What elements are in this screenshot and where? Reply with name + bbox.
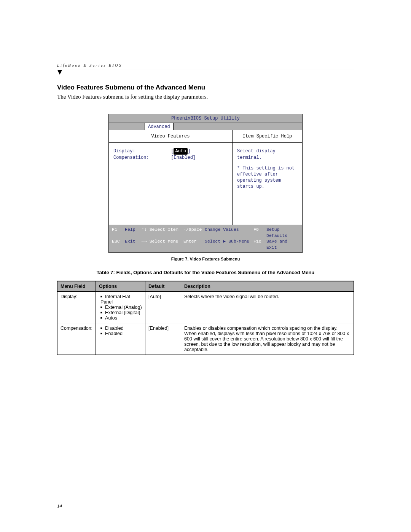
bios-submenu-title: Video Features [109,130,233,142]
bios-display-value: Auto [174,148,188,154]
bios-key-label: Exit [125,238,142,250]
option-item: Autos [100,315,142,321]
fields-table: Menu Field Options Default Description D… [57,281,354,355]
option-item: Disabled [100,326,142,331]
table-caption: Table 7: Fields, Options and Defaults fo… [57,270,354,275]
bios-key-hint: ↑↓ Select Item [142,227,183,238]
bios-screenshot: PhoenixBIOS Setup Utility Advanced Video… [108,114,303,253]
option-item: Internal Flat Panel [100,294,142,305]
running-head: LifeBook E Series BIOS [57,63,354,70]
bios-help-line: effective after [237,171,298,177]
bios-help-line: operating system [237,177,298,184]
intro-paragraph: The Video Features submenu is for settin… [57,94,354,100]
th-description: Description [181,281,354,292]
bios-key: F10 [253,238,266,250]
bios-key: F1 [112,227,125,238]
bios-key-label: Setup Defaults [266,227,299,238]
bios-footer: F1 Help ↑↓ Select Item -/Space Change Va… [109,225,302,252]
cell-menu-field: Compensation: [57,323,96,355]
bios-menubar: Advanced [109,123,302,130]
table-row: Display: Internal Flat Panel External (A… [57,292,354,323]
table-row: Compensation: Disabled Enabled [Enabled]… [57,323,354,355]
bios-help-line: starts up. [237,184,298,190]
bios-key: Enter [183,238,205,250]
bios-compensation-label: Compensation: [113,155,149,160]
th-menu-field: Menu Field [57,281,96,292]
option-item: Enabled [100,331,142,336]
cell-description: Enables or disables compensation which c… [181,323,354,355]
bios-key-hint: ←→ Select Menu [142,238,183,250]
page: LifeBook E Series BIOS Video Features Su… [0,0,411,532]
page-number: 14 [57,503,62,509]
section-title: Video Features Submenu of the Advanced M… [57,84,354,91]
bios-key-label: Change Values [205,227,253,238]
bios-help-panel: Select display terminal. * This setting … [233,143,302,225]
bios-key-label: Help [125,227,142,238]
bios-help-line: * This setting is not [237,165,298,171]
option-item: External (Digital) [100,310,142,315]
cell-default: [Auto] [145,292,181,323]
bios-title: PhoenixBIOS Setup Utility [109,114,302,123]
bios-key-label: Save and Exit [266,238,299,250]
option-item: External (Analog) [100,305,142,310]
bios-key: ESC [112,238,125,250]
bios-compensation-value: [Enabled] [171,155,196,161]
cell-options: Disabled Enabled [96,323,145,355]
th-default: Default [145,281,181,292]
figure-caption: Figure 7. Video Features Submenu [57,257,354,261]
bios-display-label: Display: [113,149,135,154]
bios-key-label: Select ▶ Sub-Menu [205,238,253,250]
corner-ornament [57,70,62,75]
bios-help-line: Select display terminal. [237,148,298,160]
bios-settings-panel: Display: [Auto] Compensation: [Enabled] [109,143,233,225]
bios-help-title: Item Specific Help [233,130,302,142]
cell-description: Selects where the video signal will be r… [181,292,354,323]
cell-options: Internal Flat Panel External (Analog) Ex… [96,292,145,323]
th-options: Options [96,281,145,292]
bios-key: -/Space [183,227,205,238]
bios-key: F9 [253,227,266,238]
cell-default: [Enabled] [145,323,181,355]
bios-active-tab: Advanced [145,123,174,130]
cell-menu-field: Display: [57,292,96,323]
